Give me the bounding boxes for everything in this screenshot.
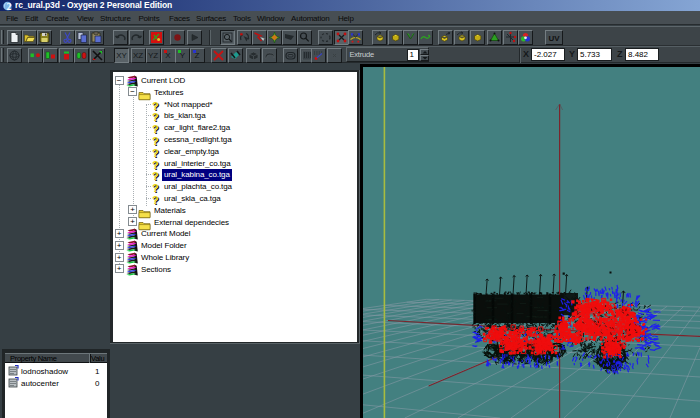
- svg-text:2: 2: [6, 1, 11, 11]
